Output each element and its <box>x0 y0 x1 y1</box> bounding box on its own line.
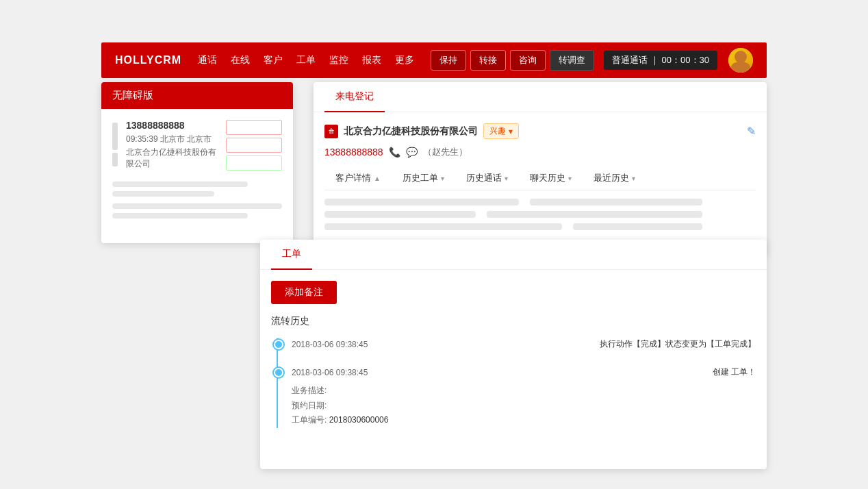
chevron-down-icon-1: ▾ <box>441 175 444 182</box>
chat-icon[interactable]: 💬 <box>406 147 418 158</box>
company-logo: 合 <box>324 125 338 138</box>
skeleton-block-2 <box>530 199 702 205</box>
caller-phone: 13888888888 <box>126 120 218 131</box>
timeline-action-1: 执行动作【完成】状态变更为【工单完成】 <box>600 338 756 350</box>
caller-input-1[interactable] <box>226 120 282 135</box>
timeline-detail-workorderno: 工单编号: 2018030600006 <box>292 413 756 428</box>
timer-display: 普通通话 ｜ 00：00：30 <box>604 51 717 70</box>
timeline-action-2: 创建 工单！ <box>713 366 756 378</box>
caller-input-3[interactable] <box>226 155 282 171</box>
caller-icon-small <box>112 153 118 166</box>
left-panel-title: 无障碍版 <box>112 89 153 102</box>
chevron-down-icon-4: ▾ <box>632 175 635 182</box>
left-panel: 无障碍版 13888888888 09:35:39 北京市 北京市 北京合力亿捷… <box>101 82 293 243</box>
consult-button[interactable]: 咨询 <box>510 50 546 71</box>
skeleton-block-5 <box>324 223 562 230</box>
timer-label: 普通通话 <box>612 55 648 65</box>
bottom-panel: 工单 添加备注 流转历史 2018-03-06 09:38:45 执行动作【完成… <box>260 240 767 469</box>
nav-monitor[interactable]: 监控 <box>329 54 348 66</box>
nav-reports[interactable]: 报表 <box>362 54 381 66</box>
skeleton-2 <box>112 191 214 197</box>
caller-company: 北京合力亿捷科技股份有限公司 <box>126 147 218 170</box>
timeline-header-1: 2018-03-06 09:38:45 执行动作【完成】状态变更为【工单完成】 <box>292 338 756 350</box>
timeline-details-2: 业务描述: 预约日期: 工单编号: 2018030600006 <box>292 384 756 428</box>
hold-button[interactable]: 保持 <box>431 50 466 71</box>
company-name: 北京合力亿捷科技股份有限公司 <box>344 125 478 138</box>
timer-value: 00：00：30 <box>662 55 709 65</box>
company-tag[interactable]: 兴趣 ▾ <box>483 123 519 139</box>
tab-chat-history-label: 聊天历史 <box>530 172 565 184</box>
timeline-dot-2 <box>274 368 283 377</box>
left-panel-header: 无障碍版 <box>101 82 293 109</box>
tab-call-registration[interactable]: 来电登记 <box>324 82 385 112</box>
timeline-line <box>277 338 278 428</box>
skeleton-row-2 <box>324 211 756 218</box>
company-info: 合 北京合力亿捷科技股份有限公司 兴趣 ▾ <box>324 123 519 139</box>
skeleton-placeholder-2 <box>112 203 282 218</box>
phone-icon[interactable]: 📞 <box>389 147 400 158</box>
tab-recent-history[interactable]: 最近历史 ▾ <box>583 166 646 190</box>
nav-customers[interactable]: 客户 <box>264 54 283 66</box>
workorder-no-value: 2018030600006 <box>329 415 389 425</box>
panel-tabs: 来电登记 <box>314 82 767 112</box>
timeline: 2018-03-06 09:38:45 执行动作【完成】状态变更为【工单完成】 … <box>271 338 756 428</box>
appointment-label: 预约日期: <box>292 401 327 410</box>
nav-calls[interactable]: 通话 <box>198 54 217 66</box>
skeleton-block-6 <box>573 223 702 230</box>
chevron-up-icon: ▲ <box>374 175 381 182</box>
nav-more[interactable]: 更多 <box>395 54 414 66</box>
avatar-image <box>728 48 753 73</box>
timeline-header-2: 2018-03-06 09:38:45 创建 工单！ <box>292 366 756 378</box>
timeline-dot-1 <box>274 340 283 349</box>
workorder-tabs: 工单 <box>260 240 767 270</box>
caller-details: 13888888888 09:35:39 北京市 北京市 北京合力亿捷科技股份有… <box>126 120 218 170</box>
timeline-time-1: 2018-03-06 09:38:45 <box>292 340 368 349</box>
panel-content: 合 北京合力亿捷科技股份有限公司 兴趣 ▾ ✎ 13888888888 📞 💬 … <box>314 112 767 241</box>
timeline-item-2: 2018-03-06 09:38:45 创建 工单！ 业务描述: 预约日期: 工… <box>292 366 756 428</box>
tab-workorder[interactable]: 工单 <box>271 240 312 270</box>
chevron-down-icon: ▾ <box>509 127 513 136</box>
workorder-content: 添加备注 流转历史 2018-03-06 09:38:45 执行动作【完成】状态… <box>260 270 767 455</box>
tab-customer-detail[interactable]: 客户详情 ▲ <box>324 166 392 190</box>
skeleton-block-3 <box>324 211 476 218</box>
tab-recent-history-label: 最近历史 <box>593 172 629 184</box>
history-title: 流转历史 <box>271 315 756 327</box>
avatar[interactable] <box>728 48 753 73</box>
contact-name: （赵先生） <box>423 146 468 158</box>
add-note-button[interactable]: 添加备注 <box>271 281 337 304</box>
business-desc-label: 业务描述: <box>292 386 327 395</box>
tab-chat-history[interactable]: 聊天历史 ▾ <box>519 166 583 190</box>
tab-history-workorder[interactable]: 历史工单 ▾ <box>392 166 455 190</box>
caller-input-2[interactable] <box>226 138 282 153</box>
app-logo: HOLLYCRM <box>115 54 181 66</box>
caller-icon-rect <box>112 123 118 150</box>
nav-items: 通话 在线 客户 工单 监控 报表 更多 <box>198 54 431 66</box>
chevron-down-icon-3: ▾ <box>568 175 572 182</box>
skeleton-block-4 <box>487 211 702 218</box>
skeleton-3 <box>112 203 282 209</box>
caller-inputs <box>226 120 282 171</box>
company-tag-label: 兴趣 <box>489 125 506 137</box>
timeline-time-2: 2018-03-06 09:38:45 <box>292 368 368 377</box>
skeleton-row-1 <box>324 199 756 205</box>
skeleton-row-3 <box>324 223 756 230</box>
nav-actions: 保持 转接 咨询 转调查 普通通话 ｜ 00：00：30 <box>431 48 753 73</box>
transfer-button[interactable]: 转接 <box>470 50 506 71</box>
company-row: 合 北京合力亿捷科技股份有限公司 兴趣 ▾ ✎ <box>324 123 756 139</box>
phone-row: 13888888888 📞 💬 （赵先生） <box>324 146 756 158</box>
skeleton-placeholder <box>112 181 282 197</box>
chevron-down-icon-2: ▾ <box>505 175 508 182</box>
survey-button[interactable]: 转调查 <box>550 50 594 71</box>
tab-customer-detail-label: 客户详情 <box>335 172 371 184</box>
left-panel-content: 13888888888 09:35:39 北京市 北京市 北京合力亿捷科技股份有… <box>101 109 293 229</box>
navbar: HOLLYCRM 通话 在线 客户 工单 监控 报表 更多 保持 转接 咨询 转… <box>101 42 767 78</box>
caller-icon-area <box>112 120 118 166</box>
nav-workorders[interactable]: 工单 <box>296 54 316 66</box>
timeline-detail-business: 业务描述: <box>292 384 756 399</box>
nav-online[interactable]: 在线 <box>231 54 250 66</box>
edit-icon[interactable]: ✎ <box>747 125 756 138</box>
timer-separator: ｜ <box>650 55 659 65</box>
skeleton-1 <box>112 181 248 187</box>
tab-history-calls[interactable]: 历史通话 ▾ <box>455 166 519 190</box>
company-logo-text: 合 <box>329 127 334 135</box>
